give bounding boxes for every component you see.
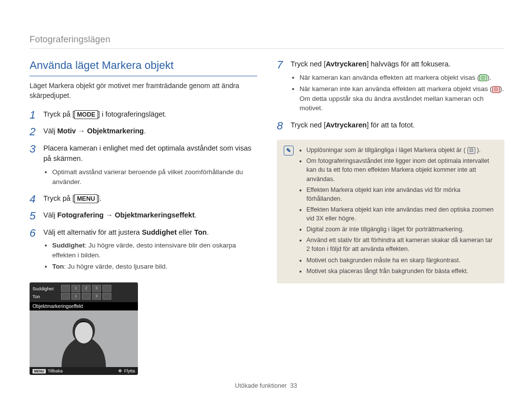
note-item: Effekten Markera objekt kan inte använda… [306, 205, 498, 223]
status-red-icon: ⊡ [492, 86, 500, 93]
camera-tone-label: Ton [33, 294, 59, 299]
step-number: 8 [277, 120, 286, 132]
step-body: Placera kameran i enlighet med det optim… [43, 143, 257, 189]
step-8: 8Tryck ned [Avtryckaren] för att ta foto… [277, 120, 504, 132]
right-column: 7Tryck ned [Avtryckaren] halvvägs för at… [277, 59, 504, 376]
divider [30, 48, 504, 49]
move-icon: ✥ [118, 369, 122, 373]
heading-underline [30, 76, 257, 76]
note-item: Motivet och bakgrunden måste ha en skarp… [306, 256, 498, 265]
note-list: Upplösningar som är tillgängliga i läget… [299, 146, 498, 278]
menu-button-label: MENU [74, 194, 98, 203]
step-number: 1 [30, 109, 38, 121]
camera-preview [30, 310, 138, 367]
intro-text: Läget Markera objekt gör motivet mer fra… [30, 81, 257, 100]
camera-top-bar: Suddighet 123 Ton 13 [30, 282, 138, 302]
step-3: 3Placera kameran i enlighet med det opti… [30, 143, 257, 189]
step-body: Välj Fotografering → Objektmarkeringseff… [43, 210, 197, 222]
camera-thumb [61, 293, 70, 300]
step-7: 7Tryck ned [Avtryckaren] halvvägs för at… [277, 59, 504, 115]
left-column: Använda läget Markera objekt Läget Marke… [30, 59, 257, 376]
camera-thumb [61, 285, 70, 292]
step-number: 2 [30, 126, 38, 138]
camera-bottom-bar: MENU Tillbaka ✥ Flytta [30, 367, 138, 375]
note-item: Motivet ska placeras långt från bakgrund… [306, 267, 498, 276]
camera-blur-label: Suddighet [33, 286, 59, 291]
note-item: Digital zoom är inte tillgänglig i läget… [306, 225, 498, 234]
section-label: Fotograferingslägen [30, 34, 110, 45]
step-sublist: När kameran kan använda effekten att mar… [291, 73, 504, 113]
camera-thumb: 2 [82, 285, 91, 292]
camera-back-button: MENU Tillbaka [33, 369, 63, 373]
note-box: ✎ Upplösningar som är tillgängliga i läg… [277, 140, 504, 283]
step-body: Tryck ned [Avtryckaren] halvvägs för att… [291, 59, 504, 115]
camera-thumb [102, 293, 111, 300]
status-grey-icon: ⊡ [467, 147, 475, 154]
step-number: 3 [30, 143, 38, 189]
menu-chip-icon: MENU [33, 369, 46, 373]
step-4: 4Tryck på [MENU]. [30, 193, 257, 205]
camera-move-label: Flytta [124, 369, 135, 373]
footer-label: Utökade funktioner [235, 382, 287, 389]
camera-screenshot: Suddighet 123 Ton 13 Objektmarkeringseff… [30, 282, 138, 375]
portrait-silhouette [57, 310, 111, 367]
camera-thumb: 3 [92, 293, 101, 300]
note-icon: ✎ [284, 146, 294, 155]
note-item: Upplösningar som är tillgängliga i läget… [306, 146, 498, 154]
step-number: 6 [30, 227, 38, 274]
step-body: Tryck på [MODE] i fotograferingsläget. [43, 109, 166, 121]
status-green-icon: ⊡ [479, 74, 487, 81]
footer-page-number: 33 [290, 382, 297, 389]
step-1: 1Tryck på [MODE] i fotograferingsläget. [30, 109, 257, 121]
camera-banner: Objektmarkeringseffekt [30, 302, 138, 310]
camera-thumb [102, 285, 111, 292]
step-5: 5Välj Fotografering → Objektmarkeringsef… [30, 210, 257, 222]
step-body: Välj Motiv → Objektmarkering. [43, 126, 146, 138]
step-body: Tryck på [MENU]. [43, 193, 101, 205]
camera-row-tone: Ton 13 [33, 292, 135, 300]
step-6: 6Välj ett alternativ för att justera Sud… [30, 227, 257, 274]
note-item: Använd ett stativ för att förhindra att … [306, 236, 498, 253]
camera-move-button: ✥ Flytta [118, 369, 135, 373]
left-steps-list: 1Tryck på [MODE] i fotograferingsläget.2… [30, 109, 257, 274]
mode-button-label: MODE [74, 110, 98, 119]
step-sublist: Optimalt avstånd varierar beroende på vi… [43, 167, 257, 186]
step-number: 4 [30, 193, 38, 205]
step-body: Tryck ned [Avtryckaren] för att ta fotot… [291, 120, 415, 132]
page-heading: Använda läget Markera objekt [30, 59, 257, 72]
camera-thumb [82, 293, 91, 300]
camera-thumb: 1 [71, 285, 80, 292]
step-number: 7 [277, 59, 286, 115]
right-steps-list: 7Tryck ned [Avtryckaren] halvvägs för at… [277, 59, 504, 132]
camera-thumb: 1 [71, 293, 80, 300]
content-columns: Använda läget Markera objekt Läget Marke… [30, 59, 504, 376]
step-body: Välj ett alternativ för att justera Sudd… [43, 227, 257, 274]
note-item: Om fotograferingsavståndet inte ligger i… [306, 156, 498, 183]
page-footer: Utökade funktioner 33 [0, 382, 532, 389]
camera-thumb: 3 [92, 285, 101, 292]
step-number: 5 [30, 210, 38, 222]
camera-row-blur: Suddighet 123 [33, 284, 135, 292]
svg-point-0 [75, 322, 93, 343]
step-2: 2Välj Motiv → Objektmarkering. [30, 126, 257, 138]
camera-back-label: Tillbaka [48, 369, 63, 373]
step-sublist: Suddighet: Ju högre värde, desto intensi… [43, 241, 257, 272]
note-item: Effekten Markera objekt kan inte använda… [306, 185, 498, 203]
